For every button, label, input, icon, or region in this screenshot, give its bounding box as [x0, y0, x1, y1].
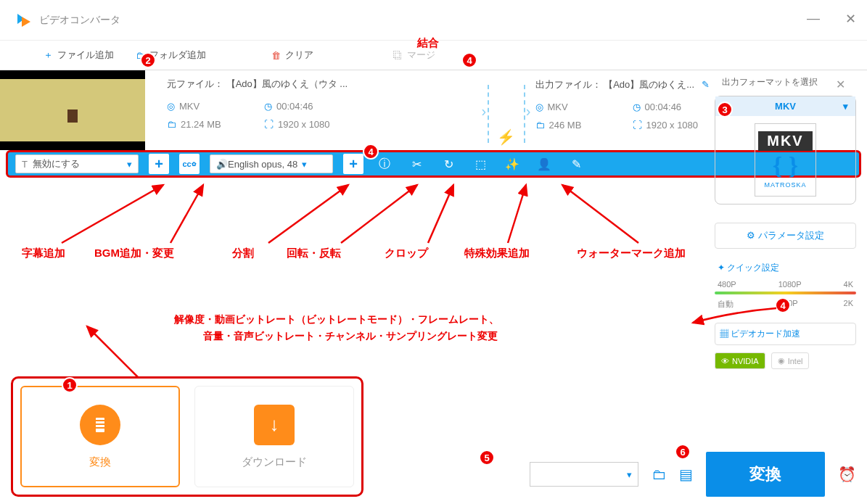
merge-button[interactable]: ⿻マージ [393, 49, 435, 62]
chevron-down-icon: ▾ [843, 101, 848, 112]
annotation: 字幕追加 [22, 247, 65, 260]
source-info: 元ファイル： 【Ado】風のゆくえ（ウタ ... ◎ MKV ◷ 00:04:4… [160, 78, 485, 143]
download-icon: ↓ [254, 405, 295, 445]
folder-icon: 🗀 [167, 119, 176, 130]
annotation: ウォーターマーク追加 [577, 247, 686, 260]
close-button[interactable]: ✕ [845, 11, 856, 27]
mkv-logo-icon: MKV { } MATROSKA [755, 123, 815, 197]
edit-name-button[interactable]: ✎ [702, 79, 710, 90]
cc-button[interactable]: cc✿ [179, 154, 200, 174]
nvidia-chip: 👁 NVIDIA [715, 352, 765, 369]
quality-slider[interactable] [715, 292, 856, 294]
svg-rect-3 [96, 427, 104, 429]
subtitle-dropdown[interactable]: T 無効にする▾ [15, 154, 139, 173]
app-title: ビデオコンバータ [39, 14, 120, 27]
svg-line-8 [428, 185, 453, 243]
mode-tabs: 変換 ↓ ダウンロード [11, 376, 363, 497]
folder-plus-icon: 🗀 [136, 50, 145, 61]
convert-tab[interactable]: 変換 [20, 386, 180, 487]
watermark-icon[interactable]: 👤 [533, 157, 555, 171]
disc-icon: ◎ [535, 102, 543, 112]
crop-icon[interactable]: ⬚ [469, 157, 491, 171]
annotation: BGM追加・変更 [94, 247, 174, 260]
schedule-button[interactable]: ⏰ [838, 466, 856, 483]
main-toolbar: ＋ファイル追加 🗀フォルダ追加 🗑クリア ⿻マージ [0, 41, 867, 70]
clock-icon: ◷ [264, 101, 272, 112]
output-format-panel: 出力フォーマットを選択 MKV▾ MKV { } MATROSKA ⚙ パラメー… [715, 76, 856, 369]
annotation: 音量・音声ビットレート・チャンネル・サンプリングレート変更 [203, 330, 498, 343]
merge-icon: ⿻ [393, 50, 403, 61]
bottom-bar: ▾ 🗀 ▤ 変換 ⏰ [530, 452, 856, 497]
cut-icon[interactable]: ✂ [406, 157, 427, 171]
annotation: 特殊効果追加 [464, 247, 530, 260]
trash-icon: 🗑 [271, 50, 281, 61]
annotation: クロップ [385, 247, 428, 260]
add-folder-button[interactable]: 🗀フォルダ追加 [136, 49, 206, 62]
add-subtitle-button[interactable]: + [149, 154, 169, 174]
svg-rect-1 [96, 420, 104, 421]
video-thumbnail[interactable] [0, 70, 145, 150]
annotation: 回転・反転 [287, 247, 341, 260]
add-audio-button[interactable]: + [343, 154, 363, 174]
svg-line-11 [87, 326, 138, 377]
expand-icon: ⛶ [633, 120, 642, 131]
disc-icon: ◎ [167, 101, 175, 112]
add-file-button[interactable]: ＋ファイル追加 [44, 49, 114, 62]
svg-line-10 [562, 185, 638, 243]
annotation: 分割 [232, 247, 254, 260]
minimize-button[interactable]: — [807, 11, 820, 27]
convert-button[interactable]: 変換 [706, 452, 825, 497]
open-folder-button[interactable]: 🗀 [652, 466, 666, 483]
download-tab[interactable]: ↓ ダウンロード [194, 386, 354, 487]
intel-chip: ◉ Intel [771, 352, 810, 369]
gpu-accel-label: ▦ ビデオカード加速 [715, 323, 856, 345]
audio-dropdown[interactable]: 🔊English opus, 48▾ [210, 154, 333, 173]
expand-icon: ⛶ [264, 119, 274, 130]
bolt-icon: ⚡ [497, 128, 515, 146]
output-path-dropdown[interactable]: ▾ [530, 462, 638, 487]
info-icon[interactable]: ⓘ [374, 157, 395, 172]
svg-line-5 [170, 185, 203, 243]
effects-icon[interactable]: ✨ [501, 157, 523, 171]
svg-line-6 [268, 185, 348, 243]
clock-icon: ◷ [633, 102, 641, 112]
badge-5: 5 [479, 450, 495, 466]
parameter-settings-button[interactable]: ⚙ パラメータ設定 [715, 223, 856, 249]
svg-rect-2 [96, 424, 104, 425]
rotate-icon[interactable]: ↻ [437, 157, 459, 171]
svg-line-7 [341, 185, 417, 243]
format-selector[interactable]: MKV▾ MKV { } MATROSKA [715, 96, 856, 205]
titlebar: ビデオコンバータ — ✕ [0, 0, 867, 41]
folder-icon: 🗀 [535, 120, 545, 131]
annotation: 解像度・動画ビットレート（ビットレートモード）・フレームレート、 [174, 313, 499, 326]
convert-icon [80, 405, 120, 445]
svg-line-9 [508, 185, 526, 243]
edit-icon[interactable]: ✎ [565, 157, 587, 171]
list-button[interactable]: ▤ [679, 466, 693, 483]
app-logo-icon [15, 12, 32, 29]
quick-settings-label: ✦ クイック設定 [718, 262, 856, 274]
svg-line-4 [62, 185, 163, 243]
plus-icon: ＋ [44, 49, 53, 62]
clear-button[interactable]: 🗑クリア [271, 49, 313, 62]
